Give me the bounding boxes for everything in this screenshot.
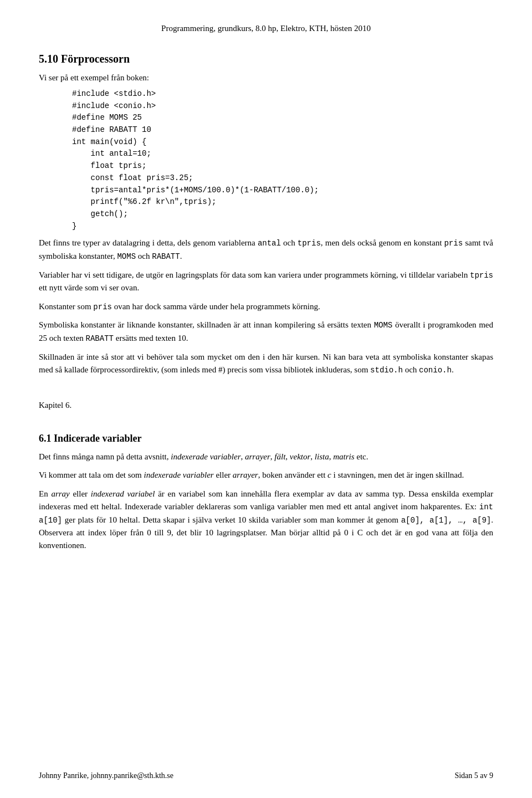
inline-stdio: stdio.h [370, 366, 403, 375]
inline-rabatt: RABATT [152, 252, 180, 261]
para4: Symboliska konstanter är liknande konsta… [39, 319, 493, 345]
section61-para1: Det finns många namn på detta avsnitt, i… [39, 451, 493, 463]
para5: Skillnaden är inte så stor att vi behöve… [39, 351, 493, 377]
footer-page: Sidan 5 av 9 [454, 770, 493, 781]
inline-rabatt2: RABATT [86, 334, 114, 343]
inline-pris2: pris [93, 303, 112, 311]
section61-para2: Vi kommer att tala om det som indexerade… [39, 469, 493, 482]
page: Programmering, grundkurs, 8.0 hp, Elektr… [0, 0, 532, 798]
em-indexerade: indexerade variabler [171, 452, 241, 461]
inline-conio: conio.h [419, 366, 452, 375]
kapitel-label: Kapitel 6. [39, 399, 493, 412]
em-arrayer2: arrayer [233, 470, 258, 479]
page-header: Programmering, grundkurs, 8.0 hp, Elektr… [39, 22, 493, 35]
inline-pris: pris [444, 239, 463, 248]
inline-tpris: tpris [298, 239, 321, 248]
section-510-title: 5.10 Förprocessorn [39, 50, 493, 67]
footer-author: Johnny Panrike, johnny.panrike@sth.kth.s… [39, 770, 173, 781]
para2: Variabler har vi sett tidigare, de utgör… [39, 269, 493, 295]
em-array2: array [51, 489, 69, 498]
section61-para3: En array eller indexerad variabel är en … [39, 488, 493, 553]
em-indexerad-variabel: indexerad variabel [91, 489, 155, 498]
code-block: #include <stdio.h> #include <conio.h> #d… [72, 88, 493, 232]
em-indexerade2: indexerade variabler [144, 470, 213, 479]
para3: Konstanter som pris ovan har dock samma … [39, 300, 493, 314]
em-falt: fält [274, 452, 285, 461]
page-footer: Johnny Panrike, johnny.panrike@sth.kth.s… [39, 770, 493, 781]
em-matris: matris [333, 452, 354, 461]
inline-a0-a9: a[0], a[1], …, a[9] [401, 516, 492, 525]
inline-tpris2: tpris [470, 271, 493, 280]
inline-moms: MOMS [117, 252, 136, 261]
section-510: 5.10 Förprocessorn Vi ser på ett exempel… [39, 50, 493, 377]
inline-antal: antal [258, 239, 281, 248]
em-c: c [328, 470, 331, 479]
section-510-intro: Vi ser på ett exempel från boken: [39, 71, 493, 84]
section-61: 6.1 Indicerade variabler Det finns många… [39, 431, 493, 553]
em-lista: lista [315, 452, 329, 461]
em-vektor: vektor [290, 452, 310, 461]
para1: Det finns tre typer av datalagring i det… [39, 237, 493, 263]
header-title: Programmering, grundkurs, 8.0 hp, Elektr… [161, 24, 371, 33]
section-61-title: 6.1 Indicerade variabler [39, 431, 493, 446]
inline-moms2: MOMS [374, 321, 393, 330]
em-arrayer: arrayer [245, 452, 270, 461]
